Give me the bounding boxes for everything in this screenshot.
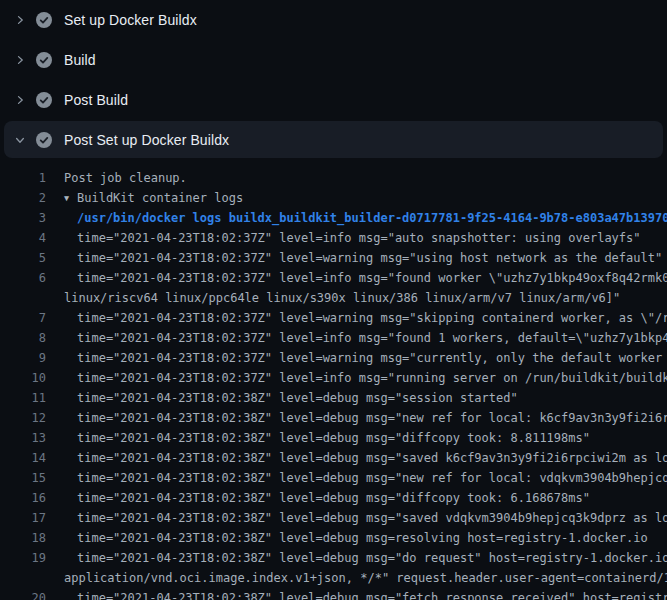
log-text-cell: /usr/bin/docker logs buildx_buildkit_bui… <box>77 211 667 225</box>
check-circle-icon <box>36 52 52 68</box>
line-number[interactable]: 5 <box>0 248 46 268</box>
line-number[interactable]: 6 <box>0 268 46 288</box>
line-number[interactable]: 4 <box>0 228 46 248</box>
log-text-cell: time="2021-04-23T18:02:38Z" level=debug … <box>77 491 590 505</box>
log-text: time="2021-04-23T18:02:37Z" level=warnin… <box>77 311 667 325</box>
log-text-cell: time="2021-04-23T18:02:38Z" level=debug … <box>77 451 667 465</box>
log-text-cell: time="2021-04-23T18:02:37Z" level=warnin… <box>77 251 662 265</box>
log-text-cell: time="2021-04-23T18:02:38Z" level=debug … <box>77 411 667 425</box>
log-text: time="2021-04-23T18:02:37Z" level=info m… <box>77 331 667 345</box>
log-text-cell: time="2021-04-23T18:02:38Z" level=debug … <box>77 431 590 445</box>
log-text-cell: time="2021-04-23T18:02:37Z" level=info m… <box>77 231 641 245</box>
line-number[interactable]: 19 <box>0 548 46 568</box>
log-line: 3/usr/bin/docker logs buildx_buildkit_bu… <box>0 208 667 228</box>
step-title: Build <box>64 52 96 68</box>
line-number[interactable]: 18 <box>0 528 46 548</box>
line-number[interactable]: 1 <box>0 168 46 188</box>
log-text: time="2021-04-23T18:02:37Z" level=warnin… <box>77 251 662 265</box>
log-text: BuildKit container logs <box>77 191 243 205</box>
chevron-right-icon[interactable] <box>12 12 28 28</box>
log-text: linux/riscv64 linux/ppc64le linux/s390x … <box>64 291 620 305</box>
log-text-cell: time="2021-04-23T18:02:38Z" level=debug … <box>77 471 667 485</box>
chevron-down-icon[interactable] <box>12 132 28 148</box>
step-row-build[interactable]: Build <box>0 40 667 80</box>
log-text: time="2021-04-23T18:02:38Z" level=debug … <box>77 591 667 600</box>
step-row-set-up-docker-buildx[interactable]: Set up Docker Buildx <box>0 0 667 40</box>
log-text-cell: time="2021-04-23T18:02:38Z" level=debug … <box>77 551 667 565</box>
line-number[interactable]: 14 <box>0 448 46 468</box>
line-number[interactable]: 15 <box>0 468 46 488</box>
log-text: Post job cleanup. <box>64 171 187 185</box>
line-number[interactable]: 10 <box>0 368 46 388</box>
log-line: 9time="2021-04-23T18:02:37Z" level=warni… <box>0 348 667 368</box>
log-text-cell: time="2021-04-23T18:02:37Z" level=info m… <box>77 371 667 385</box>
log-line: 18time="2021-04-23T18:02:38Z" level=debu… <box>0 528 667 548</box>
line-number[interactable]: 7 <box>0 308 46 328</box>
log-text: time="2021-04-23T18:02:38Z" level=debug … <box>77 551 667 565</box>
log-line: 8time="2021-04-23T18:02:37Z" level=info … <box>0 328 667 348</box>
log-group-collapse-icon[interactable]: ▼ <box>64 188 77 208</box>
log-text-cell: application/vnd.oci.image.index.v1+json,… <box>64 571 667 585</box>
log-line: 19time="2021-04-23T18:02:38Z" level=debu… <box>0 548 667 568</box>
step-row-post-set-up-docker-buildx[interactable]: Post Set up Docker Buildx <box>4 121 663 158</box>
log-text-cell: time="2021-04-23T18:02:37Z" level=warnin… <box>77 311 667 325</box>
check-circle-icon <box>36 12 52 28</box>
log-text-cell: time="2021-04-23T18:02:37Z" level=warnin… <box>77 351 667 365</box>
log-text-cell: time="2021-04-23T18:02:38Z" level=debug … <box>77 511 667 525</box>
step-title: Post Build <box>64 92 128 108</box>
log-text-cell: time="2021-04-23T18:02:38Z" level=debug … <box>77 531 648 545</box>
log-text: time="2021-04-23T18:02:37Z" level=info m… <box>77 271 667 285</box>
line-number[interactable]: 20 <box>0 588 46 600</box>
log-text: time="2021-04-23T18:02:38Z" level=debug … <box>77 471 667 485</box>
step-row-post-build[interactable]: Post Build <box>0 80 667 120</box>
line-number[interactable]: 12 <box>0 408 46 428</box>
log-line: 17time="2021-04-23T18:02:38Z" level=debu… <box>0 508 667 528</box>
line-number[interactable]: 11 <box>0 388 46 408</box>
log-text: time="2021-04-23T18:02:38Z" level=debug … <box>77 531 648 545</box>
log-text: time="2021-04-23T18:02:37Z" level=info m… <box>77 231 641 245</box>
log-line-continuation: application/vnd.oci.image.index.v1+json,… <box>0 568 667 588</box>
line-number[interactable]: 17 <box>0 508 46 528</box>
line-number[interactable]: 3 <box>0 208 46 228</box>
log-text-cell: ▼BuildKit container logs <box>64 191 243 205</box>
log-line: 15time="2021-04-23T18:02:38Z" level=debu… <box>0 468 667 488</box>
log-text: time="2021-04-23T18:02:38Z" level=debug … <box>77 391 518 405</box>
log-text: time="2021-04-23T18:02:37Z" level=info m… <box>77 371 667 385</box>
log-text: time="2021-04-23T18:02:38Z" level=debug … <box>77 491 590 505</box>
step-title: Set up Docker Buildx <box>64 12 197 28</box>
chevron-right-icon[interactable] <box>12 92 28 108</box>
log-line: 11time="2021-04-23T18:02:38Z" level=debu… <box>0 388 667 408</box>
check-circle-icon <box>36 132 52 148</box>
steps-list: Set up Docker BuildxBuildPost BuildPost … <box>0 0 667 158</box>
log-line: 16time="2021-04-23T18:02:38Z" level=debu… <box>0 488 667 508</box>
log-text-cell: time="2021-04-23T18:02:38Z" level=debug … <box>77 591 667 600</box>
log-line-continuation: linux/riscv64 linux/ppc64le linux/s390x … <box>0 288 667 308</box>
log-line: 12time="2021-04-23T18:02:38Z" level=debu… <box>0 408 667 428</box>
log-text-cell: time="2021-04-23T18:02:37Z" level=info m… <box>77 271 667 285</box>
chevron-right-icon[interactable] <box>12 52 28 68</box>
log-text: time="2021-04-23T18:02:38Z" level=debug … <box>77 451 667 465</box>
log-command-text: /usr/bin/docker logs buildx_buildkit_bui… <box>77 211 667 225</box>
log-text: time="2021-04-23T18:02:37Z" level=warnin… <box>77 351 667 365</box>
line-number[interactable]: 16 <box>0 488 46 508</box>
check-circle-icon <box>36 92 52 108</box>
log-line: 20time="2021-04-23T18:02:38Z" level=debu… <box>0 588 667 600</box>
log-line: 2▼BuildKit container logs <box>0 188 667 208</box>
step-title: Post Set up Docker Buildx <box>64 132 229 148</box>
log-text: time="2021-04-23T18:02:38Z" level=debug … <box>77 511 667 525</box>
log-text-cell: time="2021-04-23T18:02:37Z" level=info m… <box>77 331 667 345</box>
log-text: time="2021-04-23T18:02:38Z" level=debug … <box>77 431 590 445</box>
log-line: 13time="2021-04-23T18:02:38Z" level=debu… <box>0 428 667 448</box>
line-number[interactable]: 2 <box>0 188 46 208</box>
log-viewer: 1Post job cleanup.2▼BuildKit container l… <box>0 158 667 600</box>
log-line: 1Post job cleanup. <box>0 168 667 188</box>
log-line: 10time="2021-04-23T18:02:37Z" level=info… <box>0 368 667 388</box>
log-text-cell: time="2021-04-23T18:02:38Z" level=debug … <box>77 391 518 405</box>
line-number[interactable]: 8 <box>0 328 46 348</box>
line-number[interactable]: 13 <box>0 428 46 448</box>
log-text-cell: Post job cleanup. <box>64 171 187 185</box>
log-line: 7time="2021-04-23T18:02:37Z" level=warni… <box>0 308 667 328</box>
log-line: 5time="2021-04-23T18:02:37Z" level=warni… <box>0 248 667 268</box>
log-line: 6time="2021-04-23T18:02:37Z" level=info … <box>0 268 667 288</box>
line-number[interactable]: 9 <box>0 348 46 368</box>
